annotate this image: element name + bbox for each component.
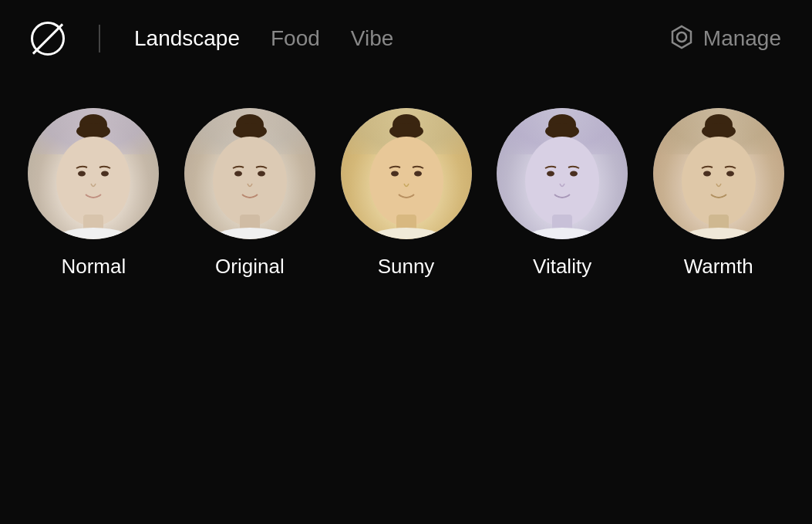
face-original: [184, 108, 315, 239]
svg-point-11: [213, 137, 287, 226]
preset-circle-warmth: [653, 108, 784, 239]
preset-label-vitality: Vitality: [533, 255, 591, 279]
preset-circle-normal: [28, 108, 159, 239]
svg-point-8: [101, 171, 109, 177]
svg-point-36: [726, 171, 734, 177]
svg-point-6: [51, 228, 136, 239]
preset-label-sunny: Sunny: [378, 255, 435, 279]
svg-point-13: [207, 228, 292, 239]
preset-normal[interactable]: Normal: [15, 108, 172, 279]
svg-point-1: [677, 32, 686, 42]
face-sunny: [341, 108, 472, 239]
preset-label-normal: Normal: [61, 255, 126, 279]
svg-marker-0: [672, 26, 691, 48]
preset-circle-sunny: [341, 108, 472, 239]
preset-label-original: Original: [215, 255, 285, 279]
svg-point-14: [234, 171, 242, 177]
svg-point-20: [364, 228, 449, 239]
svg-point-18: [369, 137, 443, 226]
manage-icon: [668, 25, 696, 52]
nav-bar: Landscape Food Vibe Manage: [0, 0, 812, 77]
preset-label-warmth: Warmth: [684, 255, 753, 279]
svg-point-35: [703, 171, 711, 177]
nav-item-food[interactable]: Food: [255, 26, 335, 51]
preset-circle-vitality: [497, 108, 628, 239]
preset-sunny[interactable]: Sunny: [328, 108, 484, 279]
nav-item-vibe[interactable]: Vibe: [335, 26, 409, 51]
face-warmth: [653, 108, 784, 239]
nav-manage[interactable]: Manage: [668, 25, 781, 52]
svg-point-21: [391, 171, 399, 177]
svg-point-15: [258, 171, 265, 177]
nav-item-landscape[interactable]: Landscape: [119, 26, 255, 51]
face-vitality: [497, 108, 628, 239]
nav-divider: [99, 25, 100, 52]
svg-point-28: [547, 171, 554, 177]
svg-point-32: [682, 137, 756, 226]
svg-point-25: [525, 137, 599, 226]
svg-point-4: [56, 137, 130, 226]
face-normal: [28, 108, 159, 239]
svg-point-22: [414, 171, 422, 177]
preset-circle-original: [184, 108, 315, 239]
manage-label: Manage: [703, 26, 781, 51]
svg-point-34: [676, 228, 761, 239]
preset-vitality[interactable]: Vitality: [484, 108, 641, 279]
svg-point-7: [78, 171, 86, 177]
presets-container: Normal Original: [0, 77, 812, 524]
svg-point-27: [520, 228, 605, 239]
ban-icon: [31, 22, 65, 56]
svg-point-29: [570, 171, 578, 177]
filter-none-icon-block[interactable]: [31, 22, 65, 56]
preset-original[interactable]: Original: [172, 108, 329, 279]
preset-warmth[interactable]: Warmth: [640, 108, 797, 279]
